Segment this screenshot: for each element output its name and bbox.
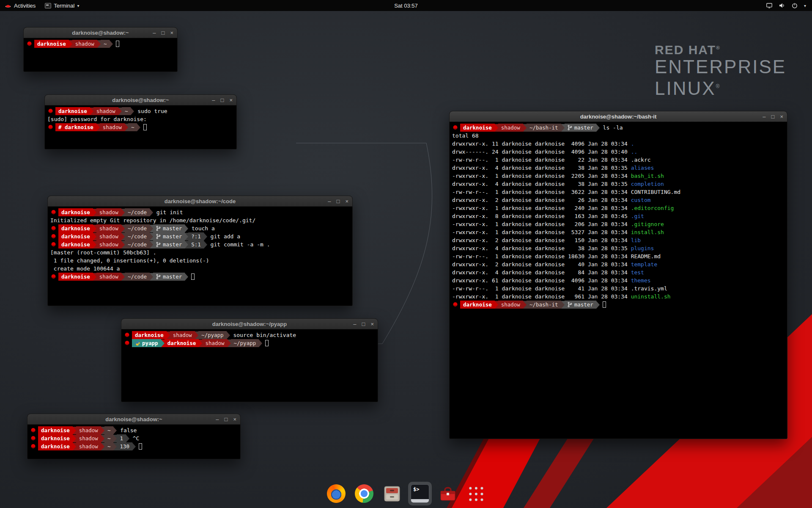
desktop[interactable]: { "topbar": { "activities_label": "Activ… bbox=[0, 0, 812, 508]
output-text: .travis.yml bbox=[631, 285, 667, 292]
terminal-cursor bbox=[143, 124, 147, 130]
terminal-content[interactable]: darknoiseshadow~ falsedarknoiseshadow~1 … bbox=[27, 425, 240, 451]
terminal-line: total 68 bbox=[452, 132, 785, 140]
close-button[interactable]: × bbox=[370, 319, 374, 329]
terminal-window[interactable]: darknoise@shadow:~/code – □ × darknoises… bbox=[47, 196, 353, 306]
powerline-arrow bbox=[121, 241, 125, 248]
terminal-icon: $> bbox=[411, 484, 429, 503]
terminal-line: darknoiseshadow~/codemaster?:1 git add a bbox=[50, 232, 350, 240]
dock-item-chrome[interactable] bbox=[352, 482, 376, 505]
output-text: README.md bbox=[631, 253, 661, 260]
terminal-line: darknoiseshadow~130 bbox=[30, 442, 238, 450]
minimize-button[interactable]: – bbox=[153, 28, 156, 38]
output-text: test bbox=[631, 269, 644, 276]
git-branch-icon bbox=[156, 226, 161, 231]
terminal-cursor bbox=[265, 340, 269, 346]
rhel-branding: RED HAT® ENTERPRISE LINUX® bbox=[655, 41, 786, 98]
window-title: darknoise@shadow:~/bash-it bbox=[580, 113, 657, 120]
red-corner-dark bbox=[737, 437, 812, 508]
prompt-segment-host: shadow bbox=[76, 426, 101, 434]
window-titlebar[interactable]: darknoise@shadow:~/bash-it – □ × bbox=[450, 111, 787, 122]
close-button[interactable]: × bbox=[170, 28, 173, 38]
power-icon[interactable] bbox=[791, 2, 798, 9]
maximize-button[interactable]: □ bbox=[225, 414, 228, 425]
output-text: install.sh bbox=[631, 229, 664, 235]
app-menu-terminal[interactable]: Terminal ▾ bbox=[40, 0, 84, 11]
terminal-content[interactable]: darknoiseshadow~/code git initInitialize… bbox=[48, 207, 352, 282]
display-status-icon[interactable] bbox=[766, 2, 773, 9]
redhat-prompt-icon bbox=[453, 125, 458, 130]
terminal-window[interactable]: darknoise@shadow:~ – □ × darknoiseshadow… bbox=[23, 27, 178, 72]
terminal-window[interactable]: darknoise@shadow:~ – □ × darknoiseshadow… bbox=[27, 414, 241, 459]
status-menu-chevron-icon[interactable]: ▾ bbox=[804, 3, 806, 8]
dock: $> bbox=[324, 482, 488, 505]
powerline-arrow bbox=[150, 225, 153, 232]
dock-item-firefox[interactable] bbox=[324, 482, 348, 505]
maximize-button[interactable]: □ bbox=[362, 319, 365, 329]
terminal-content[interactable]: darknoiseshadow~ bbox=[24, 38, 177, 49]
window-titlebar[interactable]: darknoise@shadow:~/code – □ × bbox=[48, 196, 352, 207]
maximize-button[interactable]: □ bbox=[162, 28, 165, 38]
terminal-line: darknoiseshadow~/bash-itmaster ls -la bbox=[452, 124, 785, 132]
prompt-segment-user: darknoise bbox=[460, 301, 495, 309]
output-text: bash_it.sh bbox=[631, 173, 664, 179]
terminal-line: drwxrwxr-x. 2 darknoise darknoise 150 Ja… bbox=[452, 236, 785, 244]
activities-label: Activities bbox=[14, 3, 36, 9]
branding-linux: LINUX® bbox=[655, 77, 786, 98]
dock-item-files[interactable] bbox=[380, 482, 404, 505]
window-titlebar[interactable]: darknoise@shadow:~/pyapp – □ × bbox=[121, 319, 378, 329]
output-text: -rwxrwxr-x. 1 darknoise darknoise 240 Ja… bbox=[452, 205, 631, 211]
git-branch-icon bbox=[156, 234, 161, 239]
window-titlebar[interactable]: darknoise@shadow:~ – □ × bbox=[24, 28, 177, 38]
maximize-button[interactable]: □ bbox=[221, 95, 224, 105]
close-button[interactable]: × bbox=[345, 196, 348, 207]
activities-button[interactable]: Activities bbox=[0, 0, 40, 11]
powerline-arrow bbox=[495, 124, 498, 132]
dock-item-terminal[interactable]: $> bbox=[408, 482, 432, 505]
prompt-segment-git: master bbox=[153, 273, 185, 281]
output-text: drwxrwxr-x. 4 darknoise darknoise 38 Jan… bbox=[452, 165, 631, 171]
command-text: sudo true bbox=[134, 108, 167, 114]
terminal-window[interactable]: darknoise@shadow:~/pyapp – □ × darknoise… bbox=[121, 318, 378, 402]
powerline-arrow bbox=[121, 209, 125, 216]
command-text: ls -la bbox=[600, 124, 623, 131]
terminal-content[interactable]: darknoiseshadow~/bash-itmaster ls -latot… bbox=[450, 122, 787, 309]
dock-item-show-applications[interactable] bbox=[464, 482, 488, 505]
window-titlebar[interactable]: darknoise@shadow:~ – □ × bbox=[45, 95, 236, 105]
terminal-line: darknoiseshadow~/codemasterS:1 git commi… bbox=[50, 240, 350, 248]
terminal-content[interactable]: darknoiseshadow~/pyapp source bin/activa… bbox=[121, 329, 378, 348]
prompt-segment-host: shadow bbox=[96, 208, 121, 216]
terminal-line: drwxrwxr-x. 8 darknoise darknoise 163 Ja… bbox=[452, 212, 785, 220]
redhat-prompt-icon bbox=[124, 332, 130, 338]
dock-item-toolbox[interactable] bbox=[436, 482, 460, 505]
clock[interactable]: Sat 03:57 bbox=[0, 3, 812, 9]
terminal-window-focused[interactable]: darknoise@shadow:~/bash-it – □ × darknoi… bbox=[449, 111, 787, 439]
output-text: themes bbox=[631, 277, 651, 284]
close-button[interactable]: × bbox=[780, 111, 783, 122]
maximize-button[interactable]: □ bbox=[771, 111, 775, 122]
prompt-segment-user: # darknoise bbox=[55, 123, 96, 131]
close-button[interactable]: × bbox=[233, 414, 236, 425]
powerline-arrow bbox=[73, 435, 76, 442]
terminal-content[interactable]: darknoiseshadow~ sudo true[sudo] passwor… bbox=[45, 105, 236, 132]
window-title: darknoise@shadow:~ bbox=[105, 416, 162, 422]
minimize-button[interactable]: – bbox=[353, 319, 356, 329]
window-titlebar[interactable]: darknoise@shadow:~ – □ × bbox=[27, 414, 240, 425]
terminal-line: darknoiseshadow~/code git init bbox=[50, 208, 350, 216]
output-text: drwx------. 24 darknoise darknoise 4096 … bbox=[452, 149, 631, 155]
minimize-button[interactable]: – bbox=[328, 196, 331, 207]
minimize-button[interactable]: – bbox=[216, 414, 219, 425]
terminal-window[interactable]: darknoise@shadow:~ – □ × darknoiseshadow… bbox=[44, 94, 237, 149]
chevron-down-icon: ▾ bbox=[77, 3, 79, 8]
minimize-button[interactable]: – bbox=[763, 111, 765, 122]
volume-icon[interactable] bbox=[779, 2, 785, 9]
maximize-button[interactable]: □ bbox=[337, 196, 340, 207]
powerline-arrow bbox=[185, 225, 188, 232]
close-button[interactable]: × bbox=[229, 95, 233, 105]
minimize-button[interactable]: – bbox=[212, 95, 215, 105]
powerline-arrow bbox=[101, 443, 104, 450]
terminal-mini-icon bbox=[45, 3, 51, 8]
prompt-segment-git: master bbox=[565, 124, 596, 132]
powerline-arrow bbox=[185, 273, 188, 281]
output-text: .ackrc bbox=[631, 157, 651, 163]
